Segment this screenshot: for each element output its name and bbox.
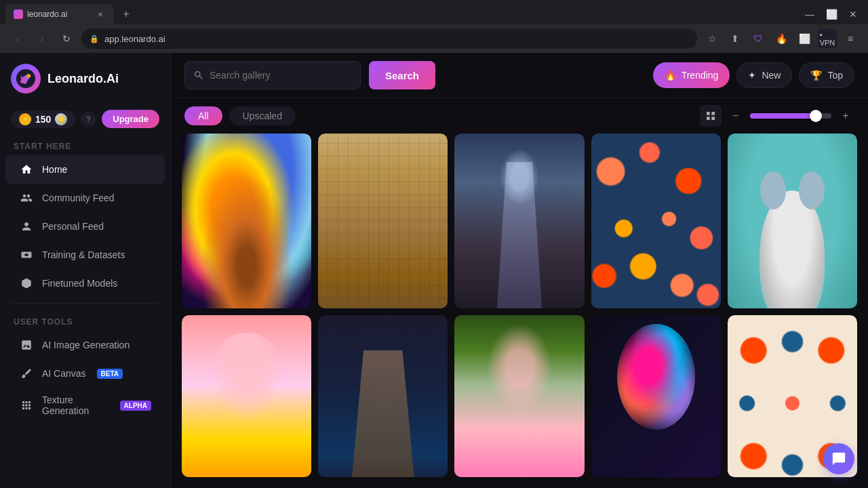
anime-action-1[interactable]: ⊞ (229, 321, 252, 344)
pink-girl-action-1[interactable]: ⊞ (502, 321, 525, 344)
shield-button[interactable]: 🛡 (749, 29, 768, 48)
colorful-girl-action-1[interactable]: ⊞ (638, 321, 661, 344)
image-grid: ⊞ ⊘ ⛶ ⊞ ⊘ ⛶ (171, 134, 868, 488)
top-label: Top (827, 70, 843, 81)
start-here-section-label: Start Here (0, 134, 170, 155)
logo-avatar (11, 64, 41, 94)
flowers-action-3[interactable]: ⛶ (692, 139, 715, 162)
sidebar-item-community-feed[interactable]: Community Feed (5, 184, 165, 212)
pink-girl-overlay-actions: ⊞ ⊘ ⛶ (502, 321, 579, 344)
hieroglyph-action-1[interactable]: ⊞ (365, 139, 388, 162)
browser-chrome: leonardo.ai ✕ + — ⬜ ✕ ‹ › ↻ 🔒 app.leonar… (0, 0, 868, 53)
zoom-minus-button[interactable]: − (727, 107, 745, 125)
reload-button[interactable]: ↻ (57, 29, 76, 48)
warrior-f-action-2[interactable]: ⊘ (529, 139, 552, 162)
sidebar-item-texture[interactable]: Texture Generation ALPHA (5, 388, 165, 423)
koala-action-2[interactable]: ⊘ (829, 139, 852, 162)
image-pink-girl[interactable]: ⊞ ⊘ ⛶ (454, 315, 584, 477)
back-button[interactable]: ‹ (8, 29, 27, 48)
hieroglyph-action-2[interactable]: ⊘ (392, 139, 415, 162)
grid-view-button[interactable] (700, 105, 722, 127)
menu-button[interactable]: ≡ (841, 29, 860, 48)
grid-column-2: ⊞ ⊘ ⛶ ⛶ (318, 134, 448, 477)
warrior-f-action-3[interactable]: ⛶ (556, 139, 579, 162)
tab-close-button[interactable]: ✕ (95, 9, 106, 20)
new-button[interactable]: ✦ New (736, 62, 792, 88)
main-content: Search 🔥 Trending ✦ New 🏆 Top All Upscal… (171, 53, 868, 488)
sidebar-item-training-label: Training & Datasets (42, 249, 125, 260)
sidebar-item-home[interactable]: Home (5, 155, 165, 184)
close-window-button[interactable]: ✕ (844, 5, 863, 24)
lion-action-3[interactable]: ⛶ (283, 139, 306, 162)
image-flowers-blue[interactable]: ⊞ ⊘ ⛶ (591, 134, 721, 308)
sidebar-item-finetuned[interactable]: Finetuned Models (5, 269, 165, 298)
new-icon: ✦ (748, 70, 756, 81)
koala-action-1[interactable]: ⊞ (802, 139, 825, 162)
search-box[interactable] (184, 61, 361, 89)
tab-upscaled[interactable]: Upscaled (229, 106, 296, 125)
user-tools-section-label: User Tools (0, 309, 170, 331)
app-layout: Leonardo.Ai ⚡ 150 🪙 ? Upgrade Start Here… (0, 53, 868, 488)
anime-action-2[interactable]: ⊘ (256, 321, 279, 344)
lion-action-2[interactable]: ⊘ (256, 139, 279, 162)
chat-bubble-button[interactable] (823, 443, 854, 474)
zoom-plus-button[interactable]: + (837, 107, 854, 125)
zoom-thumb[interactable] (810, 110, 822, 122)
maximize-button[interactable]: ⬜ (822, 5, 841, 24)
finetuned-icon (19, 276, 34, 291)
share-button[interactable]: ⬆ (726, 29, 745, 48)
warrior-f-action-1[interactable]: ⊞ (502, 139, 525, 162)
floral-action-1[interactable]: ⊞ (829, 321, 852, 344)
floral-overlay-actions: ⊞ (829, 321, 852, 344)
fire-button[interactable]: 🔥 (772, 29, 791, 48)
sidebar-item-training[interactable]: Training & Datasets (5, 241, 165, 269)
colorful-girl-action-3[interactable]: ⛶ (692, 321, 715, 344)
image-anime-girl[interactable]: ⊞ ⊘ ⛶ (182, 315, 311, 477)
flowers-action-1[interactable]: ⊞ (638, 139, 661, 162)
tab-all[interactable]: All (184, 106, 222, 125)
new-tab-button[interactable]: + (117, 5, 136, 24)
address-bar[interactable]: 🔒 app.leonardo.ai (81, 28, 697, 49)
colorful-girl-action-2[interactable]: ⊘ (665, 321, 688, 344)
search-button[interactable]: Search (369, 61, 435, 89)
trending-button[interactable]: 🔥 Trending (653, 62, 730, 88)
pink-girl-action-3[interactable]: ⛶ (556, 321, 579, 344)
image-warrior-f[interactable]: ⊞ ⊘ ⛶ (454, 134, 584, 308)
bookmark-button[interactable]: ☆ (703, 29, 722, 48)
upgrade-button[interactable]: Upgrade (102, 110, 159, 128)
pink-girl-action-2[interactable]: ⊘ (529, 321, 552, 344)
dark-warrior-action-3[interactable]: ⛶ (419, 321, 442, 344)
zoom-slider[interactable] (750, 113, 831, 119)
sidebar-item-personal-feed[interactable]: Personal Feed (5, 212, 165, 241)
flowers-action-2[interactable]: ⊘ (665, 139, 688, 162)
forward-button[interactable]: › (33, 29, 52, 48)
sidebar-item-finetuned-label: Finetuned Models (42, 278, 117, 289)
vpn-badge: • VPN (818, 29, 837, 48)
ai-canvas-icon (19, 366, 34, 381)
search-input[interactable] (210, 70, 352, 81)
dark-warrior-overlay-actions: ⛶ (419, 321, 442, 344)
image-koala[interactable]: ⊞ ⊘ (728, 134, 857, 308)
sidebar-item-ai-image[interactable]: AI Image Generation (5, 331, 165, 359)
nav-bar: ‹ › ↻ 🔒 app.leonardo.ai ☆ ⬆ 🛡 🔥 ⬜ • VPN … (0, 24, 868, 53)
credits-info-button[interactable]: ? (81, 112, 96, 127)
koala-overlay-actions: ⊞ ⊘ (802, 139, 852, 162)
image-hieroglyph[interactable]: ⊞ ⊘ ⛶ (318, 134, 448, 308)
extension-button[interactable]: ⬜ (795, 29, 814, 48)
image-colorful-girl[interactable]: ⊞ ⊘ ⛶ (591, 315, 721, 477)
anime-action-3[interactable]: ⛶ (283, 321, 306, 344)
lion-action-1[interactable]: ⊞ (229, 139, 252, 162)
image-lion[interactable]: ⊞ ⊘ ⛶ (182, 134, 311, 308)
hieroglyph-action-3[interactable]: ⛶ (419, 139, 442, 162)
flowers-overlay-actions: ⊞ ⊘ ⛶ (638, 139, 715, 162)
top-icon: 🏆 (810, 70, 822, 81)
credits-row: ⚡ 150 🪙 ? Upgrade (0, 104, 170, 134)
minimize-button[interactable]: — (800, 5, 819, 24)
token-icon: 🪙 (55, 113, 67, 125)
sidebar-item-ai-canvas[interactable]: AI Canvas BETA (5, 359, 165, 388)
training-icon (19, 247, 34, 262)
image-dark-warrior[interactable]: ⛶ (318, 315, 448, 477)
active-tab[interactable]: leonardo.ai ✕ (5, 4, 114, 24)
new-label: New (762, 70, 781, 81)
top-button[interactable]: 🏆 Top (799, 62, 854, 88)
